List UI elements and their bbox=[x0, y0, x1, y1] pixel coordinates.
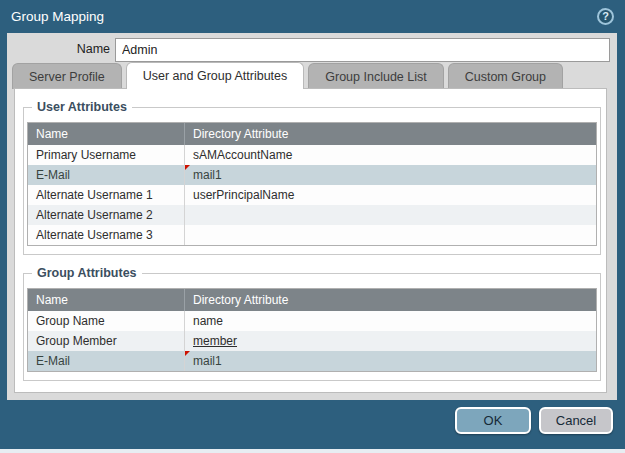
group-mapping-dialog: Group Mapping ? Name Server Profile User… bbox=[0, 0, 625, 449]
attribute-name-cell: E-Mail bbox=[28, 351, 185, 371]
attribute-name-cell: Group Member bbox=[28, 331, 185, 351]
dialog-body: Name Server Profile User and Group Attri… bbox=[7, 33, 617, 400]
directory-attribute-cell[interactable]: member bbox=[185, 331, 596, 351]
table-row[interactable]: E-Mail mail1 bbox=[28, 351, 596, 371]
user-attributes-legend: User Attributes bbox=[32, 100, 132, 114]
directory-attribute-cell[interactable] bbox=[185, 205, 596, 225]
modified-marker-icon bbox=[185, 165, 190, 170]
table-row[interactable]: Group Name name bbox=[28, 311, 596, 331]
directory-attribute-cell[interactable] bbox=[185, 225, 596, 245]
user-attributes-fieldset: User Attributes Name Directory Attribute… bbox=[23, 107, 601, 255]
tab-server-profile[interactable]: Server Profile bbox=[12, 63, 122, 89]
attribute-name-cell: Primary Username bbox=[28, 145, 185, 165]
table-header-row: Name Directory Attribute bbox=[28, 289, 596, 311]
dialog-title: Group Mapping bbox=[11, 9, 104, 24]
name-input[interactable] bbox=[115, 38, 610, 62]
modified-marker-icon bbox=[185, 351, 190, 356]
name-row: Name bbox=[7, 38, 617, 62]
directory-attribute-cell[interactable]: name bbox=[185, 311, 596, 331]
table-row[interactable]: Group Member member bbox=[28, 331, 596, 351]
column-header-name: Name bbox=[28, 123, 185, 145]
column-header-directory-attribute: Directory Attribute bbox=[185, 289, 596, 311]
table-row[interactable]: Alternate Username 3 bbox=[28, 225, 596, 245]
tab-user-and-group-attributes[interactable]: User and Group Attributes bbox=[126, 62, 305, 89]
attribute-name-cell: Group Name bbox=[28, 311, 185, 331]
attribute-name-cell: Alternate Username 3 bbox=[28, 225, 185, 245]
help-icon[interactable]: ? bbox=[597, 8, 614, 25]
tab-group-include-list[interactable]: Group Include List bbox=[308, 63, 443, 89]
dialog-titlebar: Group Mapping ? bbox=[0, 0, 625, 33]
directory-attribute-cell[interactable]: mail1 bbox=[185, 165, 596, 185]
attribute-name-cell: Alternate Username 1 bbox=[28, 185, 185, 205]
directory-attribute-cell[interactable]: userPrincipalName bbox=[185, 185, 596, 205]
member-attribute-link[interactable]: member bbox=[193, 334, 237, 348]
column-header-name: Name bbox=[28, 289, 185, 311]
tab-content-panel: User Attributes Name Directory Attribute… bbox=[14, 88, 607, 393]
table-row[interactable]: E-Mail mail1 bbox=[28, 165, 596, 185]
table-row[interactable]: Primary Username sAMAccountName bbox=[28, 145, 596, 165]
tab-bar: Server Profile User and Group Attributes… bbox=[12, 62, 563, 89]
group-attributes-table: Name Directory Attribute Group Name name… bbox=[27, 288, 597, 372]
name-label: Name bbox=[7, 42, 110, 56]
directory-attribute-cell[interactable]: mail1 bbox=[185, 351, 596, 371]
cancel-button[interactable]: Cancel bbox=[539, 407, 613, 434]
table-row[interactable]: Alternate Username 2 bbox=[28, 205, 596, 225]
tab-custom-group[interactable]: Custom Group bbox=[448, 63, 563, 89]
column-header-directory-attribute: Directory Attribute bbox=[185, 123, 596, 145]
user-attributes-table: Name Directory Attribute Primary Usernam… bbox=[27, 122, 597, 246]
table-row[interactable]: Alternate Username 1 userPrincipalName bbox=[28, 185, 596, 205]
attribute-name-cell: Alternate Username 2 bbox=[28, 205, 185, 225]
ok-button[interactable]: OK bbox=[455, 407, 531, 434]
group-attributes-legend: Group Attributes bbox=[32, 266, 142, 280]
attribute-name-cell: E-Mail bbox=[28, 165, 185, 185]
group-attributes-fieldset: Group Attributes Name Directory Attribut… bbox=[23, 273, 601, 381]
directory-attribute-cell[interactable]: sAMAccountName bbox=[185, 145, 596, 165]
table-header-row: Name Directory Attribute bbox=[28, 123, 596, 145]
